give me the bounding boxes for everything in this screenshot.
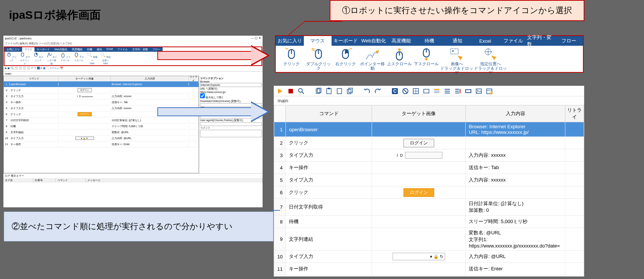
hl-icon[interactable] [433, 88, 440, 94]
table-row[interactable]: 11キー操作送信キー: Enter [4, 141, 199, 147]
cmd-scroll-down[interactable]: 下スクロール [413, 47, 440, 75]
log-tabs[interactable]: ログ 構文エラー [3, 174, 263, 178]
row-retry [565, 263, 584, 275]
tab-str-s[interactable]: 文字列・変数 [130, 47, 150, 52]
row-retry [565, 149, 584, 162]
svg-rect-37 [328, 88, 330, 89]
run-icon[interactable] [277, 88, 284, 94]
window-controls[interactable]: — ▢ ✕ [251, 36, 261, 41]
table-row[interactable]: 6クリックログイン [274, 186, 584, 199]
cmd-double-click[interactable]: ダブルクリック [305, 47, 332, 75]
main-tab-small[interactable]: main [3, 72, 263, 76]
lines1-icon[interactable] [444, 88, 451, 94]
tab-web-s[interactable]: Web自動化 [52, 47, 70, 52]
row-input: 日付計算単位: (計算なし)加算数: 0 [466, 199, 565, 216]
url-field[interactable]: https://www.xxxxxx.jp/ [200, 91, 262, 93]
tab-fav-s[interactable]: お気に入り [4, 47, 22, 52]
tab-excel-s[interactable]: Excel [104, 47, 115, 52]
image-icon[interactable] [475, 88, 482, 94]
tab-flow[interactable]: フロー [555, 36, 583, 46]
panel-icon[interactable] [423, 88, 430, 94]
table-row[interactable]: 9文字列連結変数名: @URL [4, 129, 199, 135]
command-grid[interactable]: コマンド ターゲット画像 入力内容 リトライ 1openBrowserBrows… [274, 105, 584, 275]
maximize-checkbox[interactable] [200, 93, 205, 98]
redo-icon[interactable] [374, 88, 381, 94]
table-row[interactable]: 8待機スリープ時間: 5,000ミリ秒 [274, 216, 584, 228]
cmd-scrollup-s[interactable]: 上スクロール [60, 52, 70, 66]
table-row[interactable]: 2クリックログイン [274, 137, 584, 149]
ribbon-enlarged: お気に入り マウス キーボード Web自動化 高度機能 待機 通知 Excel … [275, 35, 584, 73]
cmd-click[interactable]: クリック [278, 47, 305, 75]
table-row[interactable]: 4キー操作送信キー: Tab [274, 162, 584, 174]
row-target [372, 263, 466, 275]
lines2-icon[interactable] [454, 88, 461, 94]
tab-string-var[interactable]: 文字列・変数 [527, 36, 555, 46]
paste-icon[interactable] [326, 88, 332, 94]
command-grid-small[interactable]: コマンド ターゲット画像 入力内容 リトライ 1openBrowserBrows… [3, 76, 199, 173]
table-row[interactable]: 3タイプ入力ＩＤ 入力内容: xxxxxx [4, 93, 199, 99]
cmd-dblclick-s[interactable]: ダブルクリック [19, 52, 30, 66]
tab-notify-s[interactable]: 通知 [94, 47, 104, 52]
row-num: 11 [274, 263, 286, 275]
table-row[interactable]: 8待機スリープ時間: 5,000ミリ秒 [4, 123, 199, 129]
row-target [372, 199, 466, 216]
dup-icon[interactable] [347, 88, 353, 94]
grid-icon[interactable] [412, 88, 419, 94]
search-icon[interactable] [298, 88, 305, 94]
tab-wait-s[interactable]: 待機 [85, 47, 94, 52]
rect-icon[interactable] [465, 88, 472, 94]
stop-icon[interactable] [287, 88, 294, 94]
table-row[interactable]: 1openBrowserBrowser: Internet Explorer [4, 81, 199, 87]
tab-favorites[interactable]: お気に入り [276, 36, 304, 46]
target-thumb: ＩＤ [395, 152, 442, 159]
table-row[interactable]: 7日付文字列取得日付計算単位: (計算なし)加算数: 0 [274, 199, 584, 216]
row-input: 送信キー: Tab [466, 162, 565, 174]
tab-keyboard[interactable]: キーボード [332, 36, 360, 46]
table-row[interactable]: 3タイプ入力ＩＤ入力内容: xxxxxx [274, 149, 584, 162]
cmd-click-s[interactable]: クリック [6, 52, 16, 66]
tab-web-auto[interactable]: Web自動化 [360, 36, 388, 46]
cmd-scrolldown-s[interactable]: 下スクロール [73, 52, 84, 66]
cmd-right-click[interactable]: 右クリック [332, 47, 359, 75]
disable-icon[interactable] [402, 88, 409, 94]
cmd-scroll-up[interactable]: 上スクロール [386, 47, 413, 75]
table-row[interactable]: 2クリックログイン [4, 87, 199, 93]
tab-wait[interactable]: 待機 [415, 36, 444, 46]
window-titlebar: ipaSロボ - ipaSrobo — ▢ ✕ [3, 36, 263, 42]
svg-marker-29 [491, 56, 496, 60]
table-row[interactable]: 10タイプ入力▾ 🔒 ↻入力内容: @URL [274, 250, 584, 263]
table-row[interactable]: 11キー操作送信キー: Enter [274, 263, 584, 275]
toolbar-small[interactable]: ▶ ◼ 🔍 📋 📋 📋 📋 ↶ ↷ 🅲 ⊘ ▦ ⬚ ≡ ≡ ≡ ▭ 📅 [3, 66, 263, 72]
tab-file[interactable]: ファイル [499, 36, 527, 46]
callout-select-command: ①ロボットに実行させたい操作をコマンドアイコンから選択 [330, 0, 584, 21]
cut-icon[interactable] [336, 88, 343, 94]
useragent-field[interactable] [200, 122, 262, 126]
undo-icon[interactable] [364, 88, 371, 94]
main-tab[interactable]: main [274, 96, 584, 105]
comment-field[interactable] [200, 130, 262, 137]
calendar-icon[interactable] [486, 88, 493, 94]
cmd-pointer-move[interactable]: ポインター移動 [359, 47, 386, 75]
table-row[interactable]: 10タイプ入力▾ 🔒 ↻入力内容: @URL [4, 135, 199, 141]
cmd-dragpos-s[interactable]: 指定位置へD&D [100, 52, 111, 66]
tab-excel[interactable]: Excel [471, 36, 499, 46]
table-row[interactable]: 5タイプ入力入力内容: xxxxxx [274, 174, 584, 186]
table-row[interactable]: 1openBrowserBrowser: Internet ExplorerUR… [274, 122, 584, 137]
cmd-rclick-s[interactable]: 右クリック [33, 52, 43, 66]
tab-mouse[interactable]: マウス [304, 36, 332, 46]
c-icon[interactable]: C [391, 88, 398, 94]
tab-kb-s[interactable]: キーボード [34, 47, 52, 52]
cmd-dragimg-s[interactable]: 画像へD&D [87, 52, 97, 66]
tab-adv-s[interactable]: 高度機能 [70, 47, 85, 52]
cmd-drag-to-position[interactable]: 指定位置へドラッグ＆ドロップ [474, 47, 507, 75]
tab-notify[interactable]: 通知 [443, 36, 471, 46]
browser-select[interactable]: Internet Explorer [200, 83, 262, 87]
cmd-move-s[interactable]: ポインター移動 [46, 52, 57, 66]
tab-mouse-s[interactable]: マウス [22, 47, 34, 52]
tab-file-s[interactable]: ファイル [115, 47, 130, 52]
copy-icon[interactable] [315, 88, 322, 94]
row-target [372, 216, 466, 228]
cmd-drag-to-image[interactable]: 画像へドラッグ＆ドロップ [440, 47, 474, 75]
tab-advanced[interactable]: 高度機能 [387, 36, 415, 46]
table-row[interactable]: 9文字列連結変数名: @URL文字列1: https://www.xxxxxxx… [274, 228, 584, 250]
